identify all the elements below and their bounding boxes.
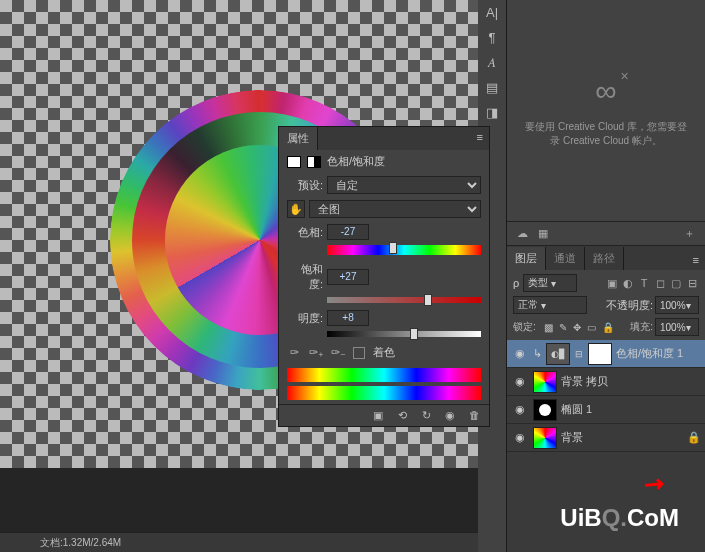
lig-slider[interactable] xyxy=(327,331,481,337)
layer-row[interactable]: ◉ 背景 🔒 xyxy=(507,424,705,452)
vector-mask-thumb[interactable] xyxy=(533,399,557,421)
visibility-icon[interactable]: ◉ xyxy=(443,409,457,422)
visibility-toggle[interactable]: ◉ xyxy=(511,431,529,444)
adjustment-icon xyxy=(287,156,301,168)
trash-icon[interactable]: 🗑 xyxy=(467,409,481,422)
adjustment-thumb[interactable]: ◐▊ xyxy=(546,343,570,365)
layer-name[interactable]: 色相/饱和度 1 xyxy=(616,346,683,361)
hue-sat-icon xyxy=(307,156,321,168)
lock-artboard-icon[interactable]: ▭ xyxy=(587,322,596,333)
layer-row[interactable]: ◉ 背景 拷贝 xyxy=(507,368,705,396)
filter-toggle-icon[interactable]: ⊟ xyxy=(685,277,699,290)
mid-icon-row: ☁ ▦ ＋ xyxy=(507,222,705,246)
lig-value[interactable]: +8 xyxy=(327,310,369,326)
lock-pixels-icon[interactable]: ✎ xyxy=(559,322,567,333)
filter-adjust-icon[interactable]: ◐ xyxy=(621,277,635,290)
lock-pos-icon[interactable]: ✥ xyxy=(573,322,581,333)
watermark: UiBQ.CoM xyxy=(560,504,679,532)
adjustment-title: 色相/饱和度 xyxy=(327,154,385,169)
cc-libraries-icon xyxy=(595,74,616,108)
tab-channels[interactable]: 通道 xyxy=(546,247,585,270)
targeted-adjust-icon[interactable]: ✋ xyxy=(287,200,305,218)
cloud-icon[interactable]: ☁ xyxy=(517,227,528,240)
eyedropper-add-icon[interactable]: ✑₊ xyxy=(309,346,323,359)
link-icon: ⊟ xyxy=(574,349,584,359)
filter-type-select[interactable]: 类型 ▾ xyxy=(523,274,577,292)
lock-all-icon[interactable]: 🔒 xyxy=(602,322,614,333)
visibility-toggle[interactable]: ◉ xyxy=(511,347,529,360)
sat-label: 饱和度: xyxy=(287,262,323,292)
panel-btn-glyph[interactable]: 𝐴 xyxy=(478,50,506,75)
tab-layers[interactable]: 图层 xyxy=(507,247,546,270)
panel-btn-style[interactable]: ▤ xyxy=(478,75,506,100)
hue-slider[interactable] xyxy=(327,245,481,255)
blend-mode-select[interactable]: 正常 ▾ xyxy=(513,296,587,314)
filter-type-icon[interactable]: T xyxy=(637,277,651,290)
canvas-area[interactable]: ↘ 文档:1.32M/2.64M 属性 ≡ 色相/饱和度 预设: 自定 xyxy=(0,0,478,552)
layer-row[interactable]: ◉ ↳ ◐▊ ⊟ 色相/饱和度 1 xyxy=(507,340,705,368)
right-column: 要使用 Creative Cloud 库，您需要登 录 Creative Clo… xyxy=(506,0,705,552)
properties-tab[interactable]: 属性 xyxy=(279,127,318,150)
hue-label: 色相: xyxy=(287,225,323,240)
doc-size: 文档:1.32M/2.64M xyxy=(40,536,121,550)
layers-controls: ρ 类型 ▾ ▣ ◐ T ◻ ▢ ⊟ 正常 ▾ 不透明度: 100%▾ xyxy=(507,270,705,340)
layers-tabs: 图层 通道 路径 ≡ xyxy=(507,246,705,270)
filter-pixel-icon[interactable]: ▣ xyxy=(605,277,619,290)
layer-mask-thumb[interactable] xyxy=(588,343,612,365)
layer-name[interactable]: 背景 拷贝 xyxy=(561,374,608,389)
layer-name[interactable]: 背景 xyxy=(561,430,583,445)
clip-indicator: ↳ xyxy=(533,347,542,360)
layers-menu-icon[interactable]: ≡ xyxy=(687,250,705,270)
layer-name[interactable]: 椭圆 1 xyxy=(561,402,592,417)
lock-icon: 🔒 xyxy=(687,431,701,444)
previous-state-icon[interactable]: ⟲ xyxy=(395,409,409,422)
visibility-toggle[interactable]: ◉ xyxy=(511,403,529,416)
sat-value[interactable]: +27 xyxy=(327,269,369,285)
lock-label: 锁定: xyxy=(513,320,536,334)
visibility-toggle[interactable]: ◉ xyxy=(511,375,529,388)
tab-paths[interactable]: 路径 xyxy=(585,247,624,270)
hue-value[interactable]: -27 xyxy=(327,224,369,240)
layer-thumb[interactable] xyxy=(533,371,557,393)
clip-to-layer-icon[interactable]: ▣ xyxy=(371,409,385,422)
range-select[interactable]: 全图 xyxy=(309,200,481,218)
status-bar: 文档:1.32M/2.64M xyxy=(0,532,478,552)
properties-tabs: 属性 ≡ xyxy=(279,127,489,150)
panel-btn-h[interactable]: ◨ xyxy=(478,100,506,125)
layer-thumb[interactable] xyxy=(533,427,557,449)
adjustment-title-row: 色相/饱和度 xyxy=(279,150,489,173)
lock-trans-icon[interactable]: ▩ xyxy=(544,322,553,333)
panel-btn-a[interactable]: A| xyxy=(478,0,506,25)
layer-row[interactable]: ◉ 椭圆 1 xyxy=(507,396,705,424)
filter-smart-icon[interactable]: ▢ xyxy=(669,277,683,290)
properties-panel: 属性 ≡ 色相/饱和度 预设: 自定 ✋ 全图 xyxy=(278,126,490,427)
preset-select[interactable]: 自定 xyxy=(327,176,481,194)
cc-message: 要使用 Creative Cloud 库，您需要登 录 Creative Clo… xyxy=(525,120,687,148)
lig-label: 明度: xyxy=(287,311,323,326)
panel-btn-para[interactable]: ¶ xyxy=(478,25,506,50)
colorize-checkbox[interactable] xyxy=(353,347,365,359)
opacity-label: 不透明度: xyxy=(606,298,653,313)
hue-range-upper[interactable] xyxy=(287,368,481,382)
eyedropper-sub-icon[interactable]: ✑₋ xyxy=(331,346,345,359)
cc-libraries-panel: 要使用 Creative Cloud 库，您需要登 录 Creative Clo… xyxy=(507,0,705,222)
eyedropper-row: ✑ ✑₊ ✑₋ 着色 xyxy=(279,341,489,364)
fill-label: 填充: xyxy=(630,320,653,334)
swatch-icon[interactable]: ▦ xyxy=(538,227,548,240)
panel-menu-icon[interactable]: ≡ xyxy=(471,127,489,150)
colorize-label: 着色 xyxy=(373,345,395,360)
sat-slider[interactable] xyxy=(327,297,481,303)
reset-icon[interactable]: ↻ xyxy=(419,409,433,422)
add-icon[interactable]: ＋ xyxy=(684,226,695,241)
preset-label: 预设: xyxy=(287,178,323,193)
filter-shape-icon[interactable]: ◻ xyxy=(653,277,667,290)
fill-value[interactable]: 100%▾ xyxy=(655,318,699,336)
opacity-value[interactable]: 100%▾ xyxy=(655,296,699,314)
eyedropper-icon[interactable]: ✑ xyxy=(287,346,301,359)
hue-range-lower[interactable] xyxy=(287,386,481,400)
